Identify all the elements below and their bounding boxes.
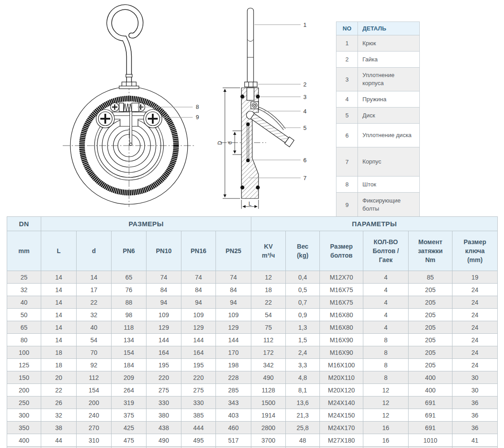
table-cell: 4 bbox=[363, 321, 409, 334]
table-cell: 48 bbox=[286, 434, 320, 447]
table-cell: 475 bbox=[112, 434, 146, 447]
table-cell: 3700 bbox=[251, 434, 286, 447]
table-cell: 94 bbox=[181, 296, 216, 309]
table-cell: 14 bbox=[41, 271, 77, 284]
table-cell: 4 bbox=[363, 296, 409, 309]
nut-side bbox=[245, 82, 257, 87]
table-row: 25026200319330330343150013,6M24X14012691… bbox=[7, 396, 498, 409]
body-seal-dot bbox=[256, 185, 260, 190]
table-cell: 425 bbox=[112, 422, 146, 434]
hook-outline bbox=[109, 7, 141, 86]
table-cell: 84 bbox=[181, 284, 216, 296]
table-cell: 92 bbox=[77, 359, 112, 371]
table-cell: 1500 bbox=[251, 396, 286, 409]
table-cell: 319 bbox=[112, 396, 146, 409]
legend-part-number: 6 bbox=[336, 124, 358, 147]
table-cell: 76 bbox=[112, 284, 146, 296]
table-cell: 228 bbox=[216, 371, 251, 384]
column-header: PN16 bbox=[181, 231, 216, 271]
table-cell: 109 bbox=[181, 309, 216, 321]
table-cell: 144 bbox=[146, 334, 181, 346]
table-cell: 134 bbox=[112, 334, 146, 346]
table-cell: 94 bbox=[146, 296, 181, 309]
table-cell: 14 bbox=[41, 309, 77, 321]
legend-part-name: Гайка bbox=[358, 52, 420, 68]
table-cell: 14 bbox=[41, 296, 77, 309]
legend-part-name: Фиксирующие болты bbox=[358, 193, 420, 217]
parts-legend-table: NO ДЕТАЛЬ 1Крюк2Гайка3Уплотнение корпуса… bbox=[336, 22, 420, 217]
table-cell: 18 bbox=[41, 346, 77, 359]
table-cell: 250 bbox=[7, 396, 41, 409]
table-cell: 495 bbox=[181, 434, 216, 447]
table-cell: 375 bbox=[112, 409, 146, 422]
legend-part-number: 7 bbox=[336, 147, 358, 177]
table-row: 25141465747474120,4M12X7048519 bbox=[7, 271, 498, 284]
table-cell: 8 bbox=[363, 346, 409, 359]
part-label-7: 7 bbox=[303, 175, 306, 181]
hook-nut bbox=[119, 82, 139, 89]
table-cell: 170 bbox=[216, 346, 251, 359]
fixing-bolt-left-icon bbox=[96, 110, 115, 128]
table-cell: 154 bbox=[112, 346, 146, 359]
group-header-params: ПАРАМЕТРЫ bbox=[251, 217, 498, 231]
table-row: 40044310475490495517370048M27X1801610104… bbox=[7, 434, 498, 447]
table-cell: 220 bbox=[146, 371, 181, 384]
body-seal-dot bbox=[241, 95, 245, 99]
table-cell: 205 bbox=[409, 346, 452, 359]
table-cell: 275 bbox=[146, 384, 181, 396]
body-seal-dot bbox=[241, 185, 245, 190]
valve-technical-drawing: 8 9 bbox=[0, 0, 504, 214]
table-cell: 129 bbox=[216, 321, 251, 334]
table-cell: 54 bbox=[251, 309, 286, 321]
table-cell: 144 bbox=[216, 334, 251, 346]
part-label-3: 3 bbox=[303, 94, 306, 100]
table-cell: 19 bbox=[452, 271, 498, 284]
table-cell: 385 bbox=[181, 409, 216, 422]
table-cell: 624 bbox=[216, 447, 251, 448]
table-cell: 8 bbox=[363, 334, 409, 346]
legend-part-number: 3 bbox=[336, 68, 358, 91]
specs-table: DN РАЗМЕРЫ ПАРАМЕТРЫ mmLdPN6PN10PN16PN25… bbox=[7, 216, 498, 448]
table-cell: 270 bbox=[77, 422, 112, 434]
table-cell: 129 bbox=[146, 321, 181, 334]
table-cell: 2800 bbox=[251, 422, 286, 434]
table-cell: 88 bbox=[112, 296, 146, 309]
table-cell: 94 bbox=[216, 296, 251, 309]
table-cell: M24X140 bbox=[320, 396, 363, 409]
table-cell: 30 bbox=[452, 371, 498, 384]
table-cell: 32 bbox=[7, 284, 41, 296]
legend-part-number: 9 bbox=[336, 193, 358, 217]
table-cell: 405 bbox=[77, 447, 112, 448]
table-cell: 74 bbox=[216, 271, 251, 284]
legend-row: 8Шток bbox=[336, 177, 420, 193]
table-cell: 1914 bbox=[251, 409, 286, 422]
table-cell: M27X180 bbox=[320, 434, 363, 447]
table-cell: 17 bbox=[77, 284, 112, 296]
part-label-9: 9 bbox=[196, 114, 199, 121]
column-header: L bbox=[41, 231, 77, 271]
specs-group-header-row: DN РАЗМЕРЫ ПАРАМЕТРЫ bbox=[7, 217, 498, 231]
table-cell: 144 bbox=[181, 334, 216, 346]
table-cell: 46 bbox=[452, 447, 498, 448]
table-cell: 691 bbox=[409, 422, 452, 434]
legend-part-name: Шток bbox=[358, 177, 420, 193]
legend-row: 4Пружина bbox=[336, 91, 420, 108]
table-cell: 8,1 bbox=[286, 384, 320, 396]
table-cell: 38 bbox=[41, 422, 77, 434]
table-cell: 3,3 bbox=[286, 359, 320, 371]
legend-row: 2Гайка bbox=[336, 52, 420, 68]
table-cell: 500 bbox=[7, 447, 41, 448]
table-cell: 87 bbox=[286, 447, 320, 448]
table-cell: 75 bbox=[251, 321, 286, 334]
table-cell: 4 bbox=[363, 309, 409, 321]
table-cell: 195 bbox=[146, 359, 181, 371]
table-cell: 36 bbox=[452, 396, 498, 409]
part-label-4: 4 bbox=[303, 108, 306, 115]
table-cell: 285 bbox=[216, 384, 251, 396]
table-cell: 4 bbox=[363, 284, 409, 296]
column-header: Размер болтов bbox=[320, 231, 363, 271]
table-cell: 438 bbox=[146, 422, 181, 434]
table-cell: 205 bbox=[409, 309, 452, 321]
table-cell: 40 bbox=[7, 296, 41, 309]
table-cell: 112 bbox=[251, 334, 286, 346]
